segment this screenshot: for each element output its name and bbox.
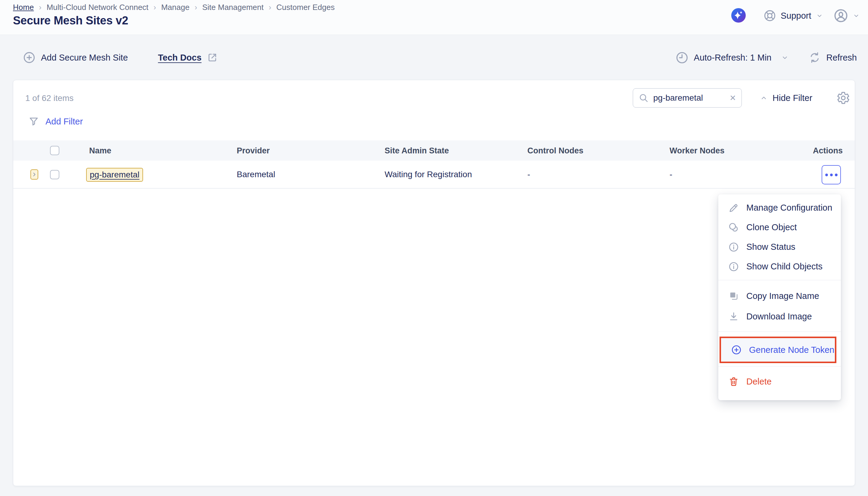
- add-filter-label: Add Filter: [46, 117, 83, 127]
- chevron-down-icon: [852, 12, 860, 19]
- page-title: Secure Mesh Sites v2: [13, 14, 128, 27]
- menu-item-copy-image-name[interactable]: Copy Image Name: [718, 286, 841, 306]
- copy-icon: [728, 291, 739, 301]
- menu-item-label: Copy Image Name: [746, 291, 819, 301]
- clone-icon: [728, 222, 739, 233]
- search-box[interactable]: ✕: [633, 88, 742, 108]
- column-header-worker-nodes[interactable]: Worker Nodes: [670, 146, 725, 155]
- plus-circle-icon: [22, 51, 36, 64]
- hide-filter-toggle[interactable]: Hide Filter: [759, 88, 812, 108]
- menu-item-label: Clone Object: [746, 222, 797, 232]
- row-site-admin-state: Waiting for Registration: [385, 170, 472, 179]
- breadcrumb-customer-edges[interactable]: Customer Edges: [276, 3, 335, 12]
- support-label: Support: [781, 11, 811, 21]
- row-checkbox[interactable]: [50, 170, 59, 179]
- ellipsis-dot: [830, 174, 833, 176]
- menu-item-generate-node-token[interactable]: Generate Node Token: [721, 338, 835, 361]
- table-row: pg-baremetal Baremetal Waiting for Regis…: [13, 160, 855, 189]
- search-input[interactable]: [653, 93, 725, 103]
- auto-refresh-label: Auto-Refresh: 1 Min: [694, 53, 772, 63]
- menu-item-manage-configuration[interactable]: Manage Configuration: [718, 198, 841, 218]
- row-name-highlight: pg-baremetal: [86, 168, 143, 182]
- menu-item-label: Manage Configuration: [746, 203, 832, 213]
- column-header-actions: Actions: [813, 146, 843, 155]
- breadcrumb-separator: ›: [194, 3, 197, 12]
- trash-icon: [728, 376, 739, 387]
- menu-item-show-status[interactable]: Show Status: [718, 237, 841, 257]
- ai-sparkle-icon: [731, 8, 746, 22]
- row-worker-nodes: -: [670, 170, 672, 179]
- select-all-checkbox[interactable]: [50, 146, 59, 155]
- search-icon: [639, 93, 649, 103]
- row-actions-context-menu: Manage Configuration Clone Object Show S…: [718, 195, 841, 400]
- menu-item-clone-object[interactable]: Clone Object: [718, 218, 841, 237]
- tech-docs-link[interactable]: Tech Docs: [158, 52, 218, 63]
- add-secure-mesh-site-label: Add Secure Mesh Site: [41, 53, 128, 63]
- page-toolbar: Add Secure Mesh Site Tech Docs Auto-Refr…: [0, 35, 868, 80]
- refresh-icon: [808, 51, 821, 64]
- breadcrumb-manage[interactable]: Manage: [161, 3, 190, 12]
- items-count: 1 of 62 items: [25, 93, 74, 103]
- chevron-up-icon: [759, 94, 768, 102]
- chevron-down-icon: [781, 53, 789, 62]
- filter-funnel-icon: [28, 116, 39, 127]
- info-icon: [728, 242, 739, 252]
- row-expander-chevron[interactable]: [30, 169, 38, 180]
- menu-item-label: Delete: [746, 377, 772, 387]
- hide-filter-label: Hide Filter: [773, 93, 812, 103]
- ai-assistant-button[interactable]: [731, 8, 746, 22]
- menu-item-label: Generate Node Token: [749, 345, 834, 355]
- table-settings-button[interactable]: [837, 91, 850, 105]
- chevron-down-icon: [816, 12, 823, 19]
- support-menu[interactable]: Support: [763, 7, 823, 24]
- breadcrumb-multi-cloud-network-connect[interactable]: Multi-Cloud Network Connect: [47, 3, 148, 12]
- top-header-bar: Home › Multi-Cloud Network Connect › Man…: [0, 0, 868, 35]
- breadcrumb-separator: ›: [153, 3, 157, 12]
- refresh-label: Refresh: [826, 53, 857, 63]
- clear-search-icon[interactable]: ✕: [729, 94, 736, 102]
- add-filter-button[interactable]: Add Filter: [28, 113, 83, 129]
- row-actions-button[interactable]: [822, 165, 841, 184]
- menu-divider: [718, 331, 841, 332]
- add-secure-mesh-site-button[interactable]: Add Secure Mesh Site: [22, 51, 128, 64]
- annotation-highlight-box: Generate Node Token: [720, 337, 836, 363]
- ellipsis-dot: [825, 174, 828, 176]
- site-name-link[interactable]: pg-baremetal: [90, 170, 140, 180]
- menu-item-show-child-objects[interactable]: Show Child Objects: [718, 257, 841, 276]
- menu-item-delete[interactable]: Delete: [718, 371, 841, 392]
- info-icon: [728, 261, 739, 272]
- menu-item-label: Show Child Objects: [746, 262, 822, 272]
- column-header-control-nodes[interactable]: Control Nodes: [527, 146, 583, 155]
- external-link-icon: [207, 52, 218, 63]
- account-menu[interactable]: [833, 6, 860, 25]
- menu-item-label: Show Status: [746, 242, 795, 252]
- menu-divider: [718, 280, 841, 280]
- user-avatar-icon: [833, 8, 849, 24]
- menu-item-label: Download Image: [746, 312, 812, 322]
- clock-icon: [675, 51, 689, 64]
- row-provider: Baremetal: [237, 170, 275, 179]
- auto-refresh-dropdown[interactable]: Auto-Refresh: 1 Min: [675, 51, 789, 64]
- row-control-nodes: -: [527, 170, 530, 179]
- tech-docs-label: Tech Docs: [158, 53, 202, 63]
- breadcrumb: Home › Multi-Cloud Network Connect › Man…: [13, 3, 335, 12]
- breadcrumb-site-management[interactable]: Site Management: [202, 3, 263, 12]
- column-header-site-admin-state[interactable]: Site Admin State: [385, 146, 449, 155]
- download-icon: [728, 311, 739, 322]
- column-header-provider[interactable]: Provider: [237, 146, 270, 155]
- breadcrumb-separator: ›: [38, 3, 42, 12]
- menu-item-download-image[interactable]: Download Image: [718, 306, 841, 327]
- table-header-row: Name Provider Site Admin State Control N…: [13, 140, 855, 160]
- support-lifebuoy-icon: [763, 9, 776, 22]
- breadcrumb-home[interactable]: Home: [13, 3, 34, 12]
- gear-icon: [837, 91, 850, 105]
- ellipsis-dot: [835, 174, 838, 176]
- breadcrumb-separator: ›: [268, 3, 272, 12]
- chevron-right-icon: [31, 171, 37, 177]
- menu-divider: [718, 366, 841, 367]
- plus-circle-icon: [731, 344, 742, 355]
- column-header-name[interactable]: Name: [89, 146, 111, 155]
- refresh-button[interactable]: Refresh: [808, 51, 857, 64]
- pencil-icon: [728, 202, 739, 213]
